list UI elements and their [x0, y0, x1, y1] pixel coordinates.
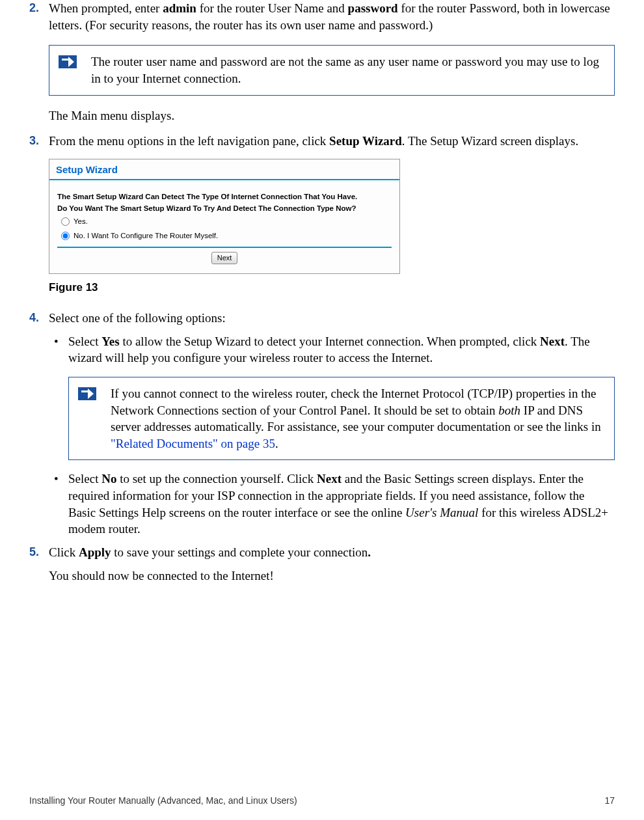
radio-no-label: No. I Want To Configure The Router Mysel… — [74, 231, 218, 241]
figure-button-row: Next — [57, 248, 392, 269]
related-documents-link[interactable]: "Related Documents" on page 35 — [111, 437, 275, 450]
both-italic: both — [498, 403, 520, 417]
radio-yes-label: Yes. — [74, 217, 88, 227]
text: to set up the connection yourself. Click — [116, 472, 317, 485]
step-2: 2. When prompted, enter admin for the ro… — [29, 0, 615, 33]
footer-page-number: 17 — [604, 795, 615, 807]
next-bold: Next — [540, 335, 565, 348]
note-box-2: If you cannot connect to the wireless ro… — [68, 377, 615, 461]
bullet-no: • Select No to set up the connection you… — [68, 471, 615, 538]
text: Click — [49, 545, 79, 559]
bullet-mark: • — [54, 333, 68, 350]
bullet-yes: • Select Yes to allow the Setup Wizard t… — [68, 333, 615, 461]
text: to save your settings and complete your … — [111, 545, 368, 559]
figure-header: Setup Wizard — [49, 159, 399, 180]
yes-bold: Yes — [101, 335, 119, 348]
step-text: When prompted, enter admin for the route… — [49, 0, 615, 33]
text: . The Setup Wizard screen displays. — [402, 134, 578, 148]
password-bold: password — [348, 1, 398, 15]
text: to allow the Setup Wizard to detect your… — [120, 335, 540, 348]
step-number: 5. — [29, 544, 49, 560]
setup-wizard-screenshot: Setup Wizard The Smart Setup Wizard Can … — [49, 159, 400, 274]
footer-left: Installing Your Router Manually (Advance… — [29, 795, 297, 807]
connected-text: You should now be connected to the Inter… — [49, 567, 615, 584]
manual-italic: User's Manual — [405, 506, 478, 519]
radio-no-row: No. I Want To Configure The Router Mysel… — [57, 229, 392, 243]
step-number: 3. — [29, 133, 49, 148]
text: Select — [68, 472, 101, 485]
radio-yes-row: Yes. — [57, 215, 392, 229]
no-bold: No — [101, 472, 116, 485]
arrow-icon — [59, 55, 77, 68]
radio-yes[interactable] — [61, 217, 70, 226]
figure-caption: Figure 13 — [49, 280, 615, 295]
text: From the menu options in the left naviga… — [49, 134, 329, 148]
step-number: 2. — [29, 0, 49, 16]
main-menu-text: The Main menu displays. — [49, 107, 615, 124]
note-text: If you cannot connect to the wireless ro… — [111, 385, 605, 452]
text: . — [275, 437, 278, 450]
admin-bold: admin — [163, 1, 196, 15]
page-footer: Installing Your Router Manually (Advance… — [29, 795, 615, 807]
step-text: From the menu options in the left naviga… — [49, 133, 615, 150]
text: for the router User Name and — [196, 1, 348, 15]
step-5: 5. Click Apply to save your settings and… — [29, 544, 615, 561]
apply-bold: Apply — [79, 545, 111, 559]
figure-line1: The Smart Setup Wizard Can Detect The Ty… — [57, 192, 392, 202]
next-bold: Next — [317, 472, 342, 485]
next-button[interactable]: Next — [211, 252, 238, 264]
step-3: 3. From the menu options in the left nav… — [29, 133, 615, 150]
step-text: Select one of the following options: — [49, 310, 615, 327]
step-4: 4. Select one of the following options: — [29, 310, 615, 327]
note-box-1: The router user name and password are no… — [49, 45, 615, 95]
bullet-mark: • — [54, 471, 68, 487]
dot-bold: . — [368, 545, 371, 559]
setup-wizard-bold: Setup Wizard — [329, 134, 402, 148]
note-text: The router user name and password are no… — [91, 53, 605, 87]
radio-no[interactable] — [61, 232, 70, 240]
step-text: Click Apply to save your settings and co… — [49, 544, 615, 561]
text: Select — [68, 335, 101, 348]
text: When prompted, enter — [49, 1, 163, 15]
step-number: 4. — [29, 310, 49, 325]
arrow-icon — [78, 387, 96, 400]
figure-line2: Do You Want The Smart Setup Wizard To Tr… — [57, 204, 392, 214]
